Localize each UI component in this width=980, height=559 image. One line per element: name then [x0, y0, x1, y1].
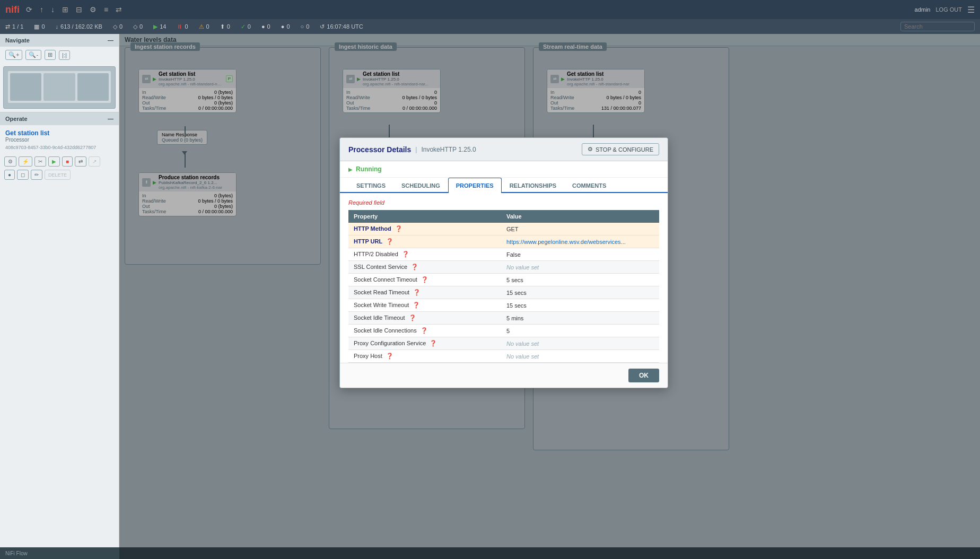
prop-value-7[interactable]: 5 mins	[501, 312, 659, 325]
stale-icon: ●	[281, 23, 285, 30]
disable-button[interactable]: ✂	[34, 156, 46, 167]
ok-button[interactable]: OK	[628, 369, 659, 382]
app-logo: nifi	[5, 4, 20, 15]
uptodate-value: 0	[248, 23, 251, 30]
prop-help-8[interactable]: ❓	[419, 327, 428, 334]
prop-name-2: HTTP/2 Disabled	[354, 251, 398, 257]
prop-name-6: Socket Write Timeout	[354, 302, 409, 308]
locmod-value: 0	[267, 23, 270, 30]
prop-row-8[interactable]: Socket Idle Connections ❓5	[348, 325, 659, 337]
config-button[interactable]: ⚙	[4, 156, 16, 167]
start-button[interactable]: ▶	[48, 156, 60, 167]
modal-footer: OK	[340, 363, 668, 388]
prop-help-7[interactable]: ❓	[407, 315, 416, 321]
processor-info: Get station list Processor 408c9703-8457…	[0, 125, 119, 154]
status-queued1: ◇ 0	[113, 23, 122, 30]
header-icons: ⟳ ↑ ↓ ⊞ ⊟ ⚙ ≡ ⇄	[26, 5, 122, 14]
tab-settings[interactable]: SETTINGS	[348, 178, 393, 193]
zoom-in-button[interactable]: 🔍+	[5, 50, 22, 60]
prop-name-0: HTTP Method	[354, 225, 391, 232]
prop-row-1[interactable]: HTTP URL ❓https://www.pegelonline.wsv.de…	[348, 235, 659, 248]
operate-label: Operate	[5, 116, 28, 122]
disabled-icon: ⬆	[220, 23, 225, 30]
menu-icon[interactable]: ☰	[967, 5, 975, 15]
header-icon-4[interactable]: ⊞	[62, 5, 68, 14]
prop-value-6[interactable]: 15 secs	[501, 299, 659, 312]
prop-row-7[interactable]: Socket Idle Timeout ❓5 mins	[348, 312, 659, 325]
prop-value-8[interactable]: 5	[501, 325, 659, 337]
zoom-out-button[interactable]: 🔍-	[25, 50, 41, 60]
prop-help-1[interactable]: ❓	[384, 238, 393, 244]
prop-row-10[interactable]: Proxy Host ❓No value set	[348, 350, 659, 363]
edit-button[interactable]: ✏	[31, 170, 42, 180]
enable-button[interactable]: ⚡	[19, 156, 32, 167]
prop-value-1[interactable]: https://www.pegelonline.wsv.de/webservic…	[501, 235, 659, 248]
header-icon-1[interactable]: ⟳	[26, 5, 32, 14]
sidebar: Navigate — 🔍+ 🔍- ⊞ |:| Operate —	[0, 34, 119, 559]
copy-button[interactable]: ◻	[17, 170, 29, 180]
tab-comments[interactable]: COMMENTS	[564, 178, 614, 193]
prop-row-4[interactable]: Socket Connect Timeout ❓5 secs	[348, 274, 659, 286]
status-clusternodes: ▦ 0	[34, 23, 45, 30]
prop-row-6[interactable]: Socket Write Timeout ❓15 secs	[348, 299, 659, 312]
operate-collapse-icon[interactable]: —	[108, 116, 113, 122]
prop-row-3[interactable]: SSL Context Service ❓No value set	[348, 261, 659, 274]
time-value: 16:07:48 UTC	[327, 23, 363, 30]
prop-help-2[interactable]: ❓	[400, 251, 409, 257]
transfer-button[interactable]: ⇄	[75, 156, 86, 167]
invalid-icon: ⚠	[199, 23, 204, 30]
prop-value-0[interactable]: GET	[501, 223, 659, 235]
prop-value-4[interactable]: 5 secs	[501, 274, 659, 286]
required-field-label: Required field	[348, 199, 659, 206]
header-icon-5[interactable]: ⊟	[76, 5, 82, 14]
prop-value-9: No value set	[501, 337, 659, 350]
header-left: nifi ⟳ ↑ ↓ ⊞ ⊟ ⚙ ≡ ⇄	[5, 4, 122, 15]
navigate-section: Navigate — 🔍+ 🔍- ⊞ |:|	[0, 34, 119, 112]
prop-name-8: Socket Idle Connections	[354, 327, 417, 334]
prop-name-3: SSL Context Service	[354, 264, 407, 270]
prop-help-3[interactable]: ❓	[409, 264, 418, 270]
status-transfer: ↓ 613 / 162.02 KB	[56, 23, 102, 30]
navigate-collapse-icon[interactable]: —	[108, 37, 113, 43]
delete-button[interactable]: DELETE	[45, 170, 71, 180]
prop-value-2[interactable]: False	[501, 248, 659, 261]
prop-row-5[interactable]: Socket Read Timeout ❓15 secs	[348, 286, 659, 299]
prop-help-5[interactable]: ❓	[412, 289, 421, 295]
prop-value-5[interactable]: 15 secs	[501, 286, 659, 299]
prop-help-0[interactable]: ❓	[393, 225, 402, 232]
view-state-button[interactable]: ●	[4, 170, 15, 180]
transfer-value: 613 / 162.02 KB	[60, 23, 102, 30]
q1-icon: ◇	[113, 23, 117, 30]
prop-help-10[interactable]: ❓	[384, 353, 393, 359]
prop-value-3: No value set	[501, 261, 659, 274]
prop-help-6[interactable]: ❓	[411, 302, 420, 308]
uptodate-icon: ✓	[241, 23, 246, 30]
header-icon-8[interactable]: ⇄	[116, 5, 122, 14]
prop-row-2[interactable]: HTTP/2 Disabled ❓False	[348, 248, 659, 261]
stop-button[interactable]: ■	[62, 156, 73, 167]
logout-button[interactable]: LOG OUT	[935, 6, 962, 13]
navigate-label: Navigate	[5, 37, 30, 43]
main-layout: Navigate — 🔍+ 🔍- ⊞ |:| Operate —	[0, 34, 980, 559]
fit-button[interactable]: ⊞	[45, 50, 56, 60]
actual-size-button[interactable]: |:|	[59, 50, 70, 60]
header-icon-6[interactable]: ⚙	[90, 5, 97, 14]
prop-row-0[interactable]: HTTP Method ❓GET	[348, 223, 659, 235]
tab-scheduling[interactable]: SCHEDULING	[393, 178, 448, 193]
tab-relationships[interactable]: RELATIONSHIPS	[502, 178, 564, 193]
prop-help-9[interactable]: ❓	[428, 340, 437, 346]
prop-name-10: Proxy Host	[354, 353, 382, 359]
col-value: Value	[501, 210, 659, 223]
search-input[interactable]	[900, 22, 975, 31]
modal-tabs: SETTINGS SCHEDULING PROPERTIES RELATIONS…	[340, 178, 668, 193]
header-icon-3[interactable]: ↓	[51, 5, 55, 14]
stop-configure-button[interactable]: ⚙ STOP & CONFIGURE	[582, 143, 659, 155]
header-icon-2[interactable]: ↑	[40, 5, 43, 14]
modal-overlay: Processor Details | InvokeHTTP 1.25.0 ⚙ …	[119, 34, 980, 559]
tab-properties[interactable]: PROPERTIES	[448, 178, 502, 193]
header-icon-7[interactable]: ≡	[104, 5, 108, 14]
operate-row2: ● ◻ ✏ DELETE	[0, 169, 119, 181]
prop-help-4[interactable]: ❓	[419, 276, 428, 283]
processor-type: Processor	[5, 137, 113, 143]
prop-row-9[interactable]: Proxy Configuration Service ❓No value se…	[348, 337, 659, 350]
